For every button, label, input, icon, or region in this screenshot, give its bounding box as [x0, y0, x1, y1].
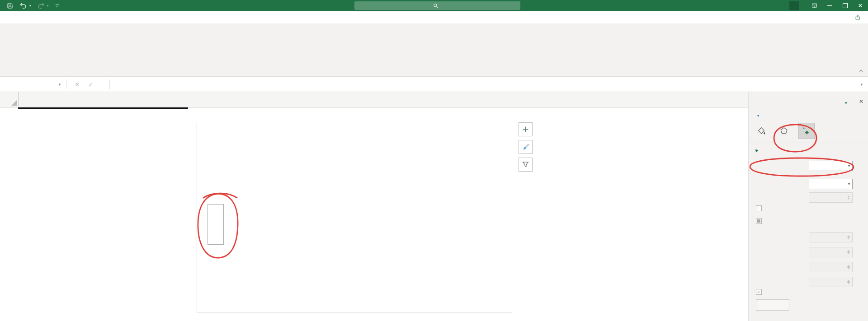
excel-window: ▾ ▾ ✕ ▾ [0, 0, 868, 321]
chevron-down-icon: ▾ [848, 182, 850, 186]
undo-icon[interactable] [19, 2, 27, 9]
undo-dropdown-icon[interactable]: ▾ [29, 4, 31, 8]
chart-filters-button[interactable] [519, 158, 533, 172]
ribbon-tab-row [0, 11, 868, 23]
chart-styles-button[interactable] [519, 140, 533, 154]
checkbox-icon [756, 205, 762, 211]
chevron-down-icon: ▾ [757, 114, 759, 118]
redo-icon [37, 2, 45, 9]
collapse-triangle-icon [754, 148, 759, 153]
autofit-checkbox [756, 205, 765, 211]
spinner-icon [847, 195, 850, 200]
ribbon-display-options-icon[interactable] [807, 0, 822, 11]
spinner-icon [847, 265, 850, 269]
share-icon [854, 14, 861, 21]
effects-icon[interactable] [776, 123, 792, 139]
spinner-icon [847, 235, 850, 239]
margin-bottom-input [809, 277, 853, 287]
formula-input[interactable] [112, 77, 855, 92]
margin-top-input [809, 262, 853, 272]
formula-bar: ▾ ✕ ✓ ▾ [0, 77, 868, 92]
divider [109, 79, 110, 89]
margin-right-input [809, 247, 853, 257]
sheet [0, 92, 748, 321]
vertical-align-dropdown[interactable]: ▾ [809, 161, 853, 171]
spinner-icon [847, 250, 850, 254]
collapse-ribbon-icon[interactable] [858, 68, 864, 74]
fill-line-icon[interactable] [753, 123, 769, 139]
size-properties-icon[interactable] [798, 123, 815, 139]
search-icon [433, 3, 439, 9]
titlebar: ▾ ▾ ✕ [0, 0, 868, 11]
quick-access-toolbar: ▾ ▾ [6, 0, 61, 11]
maximize-button[interactable] [837, 0, 853, 11]
minimize-button[interactable] [822, 0, 837, 11]
custom-angle-input [809, 192, 853, 203]
pane-close-icon[interactable]: × [859, 98, 863, 105]
wrap-text-checkbox: ✓ [756, 289, 765, 295]
select-all-corner[interactable] [0, 92, 19, 107]
columns-button [756, 299, 789, 311]
divider [749, 143, 868, 143]
tab-strip [0, 11, 868, 23]
margin-left-input [809, 232, 853, 242]
pane-tab-title-options[interactable]: ▾ [755, 114, 759, 118]
close-button[interactable]: ✕ [853, 0, 868, 11]
y-axis-title[interactable] [208, 204, 224, 245]
ribbon [0, 23, 868, 77]
save-icon[interactable] [6, 2, 14, 9]
chart[interactable] [197, 123, 512, 312]
customize-qat-icon[interactable] [54, 3, 61, 9]
cancel-formula-icon: ✕ [75, 81, 80, 88]
search-box[interactable] [354, 1, 520, 10]
enter-formula-icon: ✓ [88, 81, 94, 88]
pane-title-dropdown-icon[interactable]: ▾ [845, 101, 847, 105]
divider [66, 79, 66, 89]
overflow-checkbox [756, 218, 765, 224]
text-direction-dropdown[interactable]: ▾ [809, 179, 853, 189]
section-alignment[interactable] [755, 149, 761, 152]
chart-elements-button[interactable] [519, 122, 533, 136]
checkbox-checked-icon: ✓ [756, 289, 762, 295]
redo-dropdown-icon: ▾ [47, 4, 49, 8]
spinner-icon [847, 280, 850, 284]
checkbox-filled-icon [756, 218, 762, 224]
name-box-dropdown-icon[interactable]: ▾ [58, 82, 64, 87]
chevron-down-icon: ▾ [848, 164, 850, 168]
name-box[interactable]: ▾ [0, 82, 64, 87]
format-axis-title-pane: ▾ × ▾ ▾ ▾ [748, 92, 868, 321]
share-button[interactable] [854, 11, 863, 23]
expand-formula-bar-icon[interactable]: ▾ [855, 82, 868, 87]
column-headers [0, 92, 748, 107]
sign-in-button[interactable] [789, 1, 799, 10]
